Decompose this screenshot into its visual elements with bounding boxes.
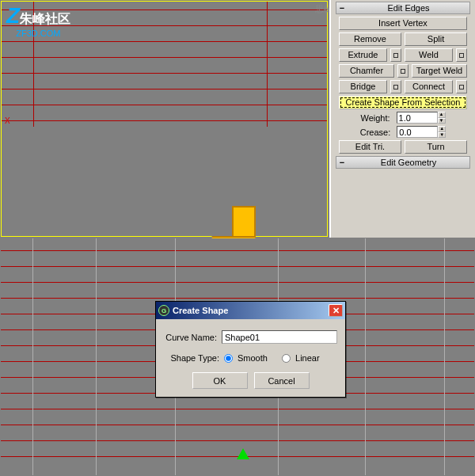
weight-input[interactable]	[397, 112, 438, 124]
logo: Z朱峰社区 ZF3D.COM	[6, 3, 70, 38]
target-weld-button[interactable]: Target Weld	[412, 64, 467, 78]
weight-spinner[interactable]: ▲▼	[438, 112, 446, 124]
bridge-settings-button[interactable]	[390, 80, 401, 93]
rollout-edit-edges[interactable]: − Edit Edges	[336, 2, 470, 14]
collapse-icon: −	[336, 3, 348, 13]
cancel-button[interactable]: Cancel	[254, 372, 310, 389]
smooth-label: Smooth	[238, 353, 268, 363]
crease-input[interactable]	[397, 126, 438, 138]
turn-button[interactable]: Turn	[405, 140, 467, 154]
crease-spinner[interactable]: ▲▼	[438, 126, 446, 138]
insert-vertex-button[interactable]: Insert Vertex	[339, 17, 467, 30]
dialog-titlebar[interactable]: G Create Shape ✕	[156, 302, 345, 319]
weld-settings-button[interactable]	[456, 48, 467, 62]
connect-button[interactable]: Connect	[405, 80, 453, 93]
ok-button[interactable]: OK	[192, 372, 248, 389]
split-button[interactable]: Split	[405, 32, 467, 46]
chamfer-button[interactable]: Chamfer	[339, 64, 394, 78]
weld-button[interactable]: Weld	[405, 48, 453, 62]
chamfer-settings-button[interactable]	[397, 64, 408, 78]
curve-name-label: Curve Name:	[164, 333, 217, 342]
command-panel: − Edit Edges Insert Vertex Remove Split …	[329, 0, 475, 238]
marker-icon	[237, 448, 249, 459]
remove-button[interactable]: Remove	[339, 32, 401, 46]
close-button[interactable]: ✕	[329, 304, 343, 317]
dialog-title: Create Shape	[173, 306, 228, 315]
linear-radio[interactable]	[282, 354, 291, 363]
shape-type-label: Shape Type:	[164, 353, 219, 363]
extrude-button[interactable]: Extrude	[339, 48, 387, 62]
smooth-radio[interactable]	[224, 354, 233, 363]
extrude-settings-button[interactable]	[390, 48, 401, 62]
app-icon: G	[158, 305, 169, 316]
weight-label: Weight:	[360, 113, 393, 123]
viewport-top[interactable]: X Z朱峰社区 ZF3D.COM	[1, 1, 328, 237]
collapse-icon: −	[336, 158, 348, 167]
curve-name-input[interactable]	[222, 330, 337, 344]
create-shape-dialog: G Create Shape ✕ Curve Name: Shape Type:…	[155, 301, 346, 398]
bridge-button[interactable]: Bridge	[339, 80, 387, 93]
axis-indicator: X	[5, 116, 10, 125]
linear-label: Linear	[295, 353, 320, 363]
create-shape-from-selection-button[interactable]: Create Shape From Selection	[339, 96, 467, 109]
edit-tri-button[interactable]: Edit Tri.	[339, 140, 401, 154]
rollout-edit-geometry[interactable]: − Edit Geometry	[336, 156, 470, 169]
crease-label: Crease:	[360, 128, 394, 137]
connect-settings-button[interactable]	[456, 80, 467, 93]
